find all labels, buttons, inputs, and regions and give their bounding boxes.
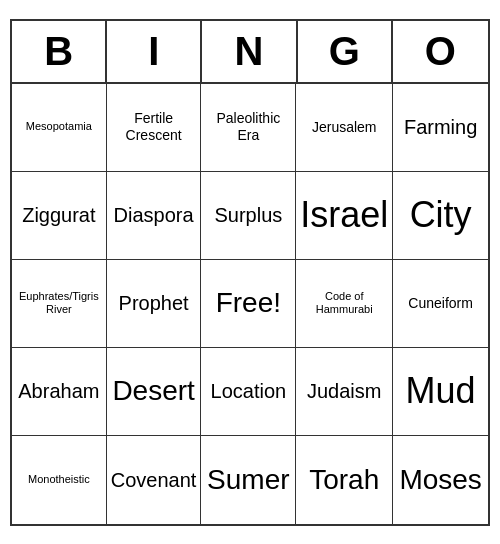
cell-text: Fertile Crescent: [111, 110, 197, 144]
cell-text: Jerusalem: [312, 119, 377, 136]
bingo-cell: Desert: [107, 348, 202, 436]
bingo-cell: Euphrates/Tigris River: [12, 260, 107, 348]
bingo-cell: Fertile Crescent: [107, 84, 202, 172]
bingo-card: BINGO MesopotamiaFertile CrescentPaleoli…: [10, 19, 490, 526]
cell-text: Farming: [404, 115, 477, 139]
header-letter: B: [12, 21, 107, 82]
cell-text: Paleolithic Era: [205, 110, 291, 144]
bingo-cell: Torah: [296, 436, 393, 524]
cell-text: Mud: [406, 369, 476, 412]
bingo-cell: Free!: [201, 260, 296, 348]
bingo-cell: Ziggurat: [12, 172, 107, 260]
bingo-cell: Jerusalem: [296, 84, 393, 172]
bingo-cell: Judaism: [296, 348, 393, 436]
bingo-cell: Covenant: [107, 436, 202, 524]
cell-text: Abraham: [18, 379, 99, 403]
bingo-cell: Sumer: [201, 436, 296, 524]
bingo-cell: Paleolithic Era: [201, 84, 296, 172]
bingo-cell: Diaspora: [107, 172, 202, 260]
cell-text: Judaism: [307, 379, 381, 403]
bingo-header: BINGO: [12, 21, 488, 84]
bingo-cell: Farming: [393, 84, 488, 172]
cell-text: Code of Hammurabi: [300, 290, 388, 316]
cell-text: Ziggurat: [22, 203, 95, 227]
bingo-cell: Code of Hammurabi: [296, 260, 393, 348]
bingo-cell: Location: [201, 348, 296, 436]
cell-text: Cuneiform: [408, 295, 473, 312]
cell-text: Mesopotamia: [26, 120, 92, 133]
bingo-cell: Monotheistic: [12, 436, 107, 524]
bingo-grid: MesopotamiaFertile CrescentPaleolithic E…: [12, 84, 488, 524]
cell-text: Location: [211, 379, 287, 403]
bingo-cell: Cuneiform: [393, 260, 488, 348]
bingo-cell: Prophet: [107, 260, 202, 348]
cell-text: Surplus: [214, 203, 282, 227]
cell-text: Covenant: [111, 468, 197, 492]
header-letter: G: [298, 21, 393, 82]
bingo-cell: Mud: [393, 348, 488, 436]
cell-text: Diaspora: [114, 203, 194, 227]
cell-text: Monotheistic: [28, 473, 90, 486]
bingo-cell: Surplus: [201, 172, 296, 260]
header-letter: I: [107, 21, 202, 82]
cell-text: Euphrates/Tigris River: [16, 290, 102, 316]
cell-text: Free!: [216, 286, 281, 320]
bingo-cell: Moses: [393, 436, 488, 524]
bingo-cell: Israel: [296, 172, 393, 260]
bingo-cell: Abraham: [12, 348, 107, 436]
bingo-cell: Mesopotamia: [12, 84, 107, 172]
cell-text: City: [410, 193, 472, 236]
header-letter: O: [393, 21, 488, 82]
cell-text: Prophet: [119, 291, 189, 315]
cell-text: Torah: [309, 463, 379, 497]
cell-text: Desert: [112, 374, 194, 408]
bingo-cell: City: [393, 172, 488, 260]
cell-text: Sumer: [207, 463, 289, 497]
cell-text: Israel: [300, 193, 388, 236]
header-letter: N: [202, 21, 297, 82]
cell-text: Moses: [399, 463, 481, 497]
